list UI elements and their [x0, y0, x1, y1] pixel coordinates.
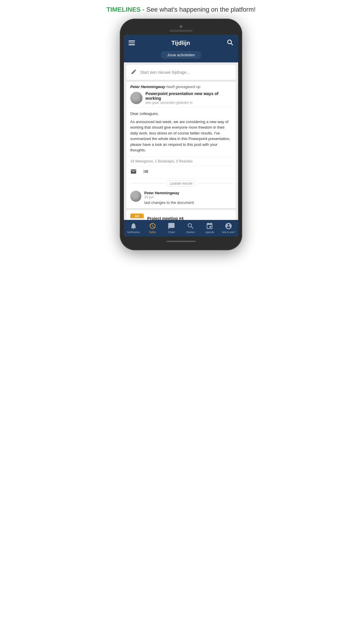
list-icon[interactable]: [143, 168, 149, 176]
nav-wie-is-wie[interactable]: Wie is wie?: [219, 222, 238, 234]
post-body-p2: As announced last week, we are consideri…: [130, 119, 232, 153]
post-actions: [126, 166, 236, 178]
content-area: Start een nieuwe bijdrage... Peter Hemmi…: [124, 62, 238, 220]
activity-tab-label: Jouw activiteiten: [167, 53, 195, 57]
post-body-p1: Dear colleagues,: [130, 111, 232, 117]
post-card: Peter Hemmingway heeft gereageerd op Pow…: [126, 82, 236, 208]
nav-notificaties[interactable]: Notificaties: [124, 222, 143, 234]
phone-screen: Tijdlijn Jouw activiteiten: [124, 35, 238, 237]
event-title: Project meeting #4: [147, 216, 184, 220]
post-author-name: Peter Hemmingway: [130, 85, 165, 89]
bottom-nav: Notificaties Tijdlijn Chats: [124, 220, 238, 237]
nav-zoeken-label: Zoeken: [186, 231, 195, 234]
event-date-badge: jul 19: [130, 214, 144, 220]
event-card[interactable]: jul 19 Project meeting #4 14:00 - 16:30: [126, 210, 236, 220]
page-headline: TIMELINES - See what's happening on the …: [106, 6, 256, 13]
phone-bottom-bar: [124, 241, 238, 242]
nav-zoeken[interactable]: Zoeken: [181, 222, 200, 234]
reaction-divider-label: Laatste reactie: [166, 180, 196, 187]
brand-name: TIMELINES: [106, 6, 140, 13]
search-header-icon[interactable]: [226, 39, 233, 47]
phone-speaker: [169, 30, 193, 32]
app-header: Tijdlijn Jouw activiteiten: [124, 35, 238, 62]
nav-notificaties-label: Notificaties: [127, 231, 140, 234]
event-month: jul: [130, 214, 144, 218]
app-header-top: Tijdlijn: [129, 39, 233, 51]
phone-camera: [180, 25, 182, 28]
post-info: Powerpoint presentation new ways of work…: [145, 91, 232, 105]
phone-frame: Tijdlijn Jouw activiteiten: [120, 19, 242, 250]
nav-agenda-label: Agenda: [205, 231, 214, 234]
nav-tijdlijn-label: Tijdlijn: [149, 231, 156, 234]
nav-agenda[interactable]: Agenda: [200, 222, 219, 234]
new-post-box[interactable]: Start een nieuwe bijdrage...: [126, 65, 236, 80]
envelope-icon[interactable]: [130, 168, 137, 176]
activity-tab[interactable]: Jouw activiteiten: [161, 51, 201, 59]
reaction-divider: Laatste reactie: [126, 178, 236, 188]
post-stats: 18 Weergaven, 1 Bedankjes, 0 Reacties: [126, 157, 236, 166]
nav-tijdlijn[interactable]: Tijdlijn: [143, 222, 162, 234]
menu-icon[interactable]: [129, 41, 135, 45]
reaction-date: 29 jun: [144, 195, 194, 199]
phone-home-indicator: [166, 241, 196, 242]
post-meta: Powerpoint presentation new ways of work…: [130, 91, 232, 105]
reaction-content: Peter Hemmingway 29 jun last changes to …: [144, 191, 194, 205]
nav-wie-is-wie-label: Wie is wie?: [222, 231, 236, 234]
post-avatar: [130, 92, 143, 104]
post-title: Powerpoint presentation new ways of work…: [145, 91, 232, 101]
reaction-avatar: [130, 191, 141, 202]
event-info: Project meeting #4 14:00 - 16:30: [147, 216, 184, 220]
post-header: Peter Hemmingway heeft gereageerd op Pow…: [126, 82, 236, 107]
post-body: Dear colleagues, As announced last week,…: [126, 107, 236, 157]
pencil-icon: [131, 69, 137, 76]
svg-line-1: [231, 43, 233, 45]
header-title: Tijdlijn: [171, 40, 190, 46]
post-author-action: heeft gereageerd op: [165, 85, 201, 89]
post-time: een paar seconden geleden in: [145, 101, 232, 105]
reaction-author: Peter Hemmingway: [144, 191, 194, 195]
nav-chats-label: Chats: [168, 231, 175, 234]
reaction-text: last changes to the document: [144, 200, 194, 205]
new-post-placeholder: Start een nieuwe bijdrage...: [140, 70, 190, 75]
nav-chats[interactable]: Chats: [162, 222, 181, 234]
event-day: 19: [130, 218, 144, 220]
post-author-line: Peter Hemmingway heeft gereageerd op: [130, 85, 232, 89]
headline-suffix: - See what's happening on the platform!: [141, 6, 256, 13]
reaction-item: Peter Hemmingway 29 jun last changes to …: [126, 188, 236, 208]
phone-top-bar: [124, 25, 238, 32]
